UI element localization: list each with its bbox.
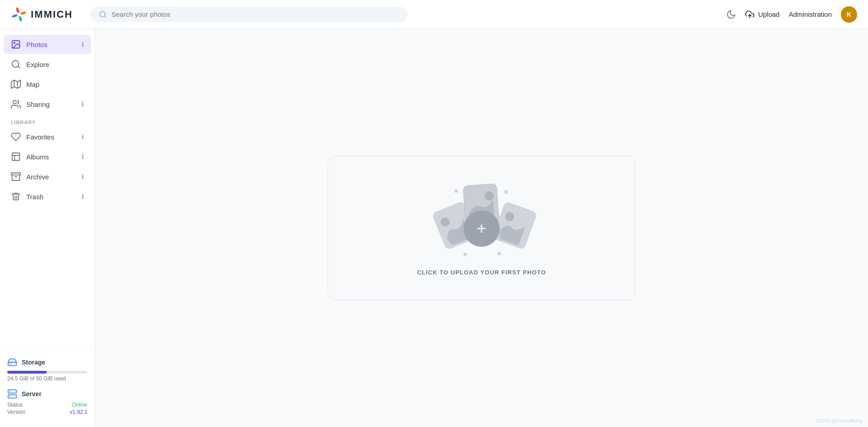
dot6 (497, 252, 501, 255)
upload-icon (745, 10, 754, 19)
upload-label: Upload (758, 10, 780, 18)
sidebar-item-favorites[interactable]: Favorites ℹ (4, 127, 91, 146)
storage-progress-fill (7, 371, 47, 374)
server-status-value: Online (72, 402, 87, 408)
photos-icon (11, 39, 21, 49)
storage-icon (7, 357, 17, 367)
sidebar-item-albums-label: Albums (26, 153, 49, 161)
server-status-row: Status Online (7, 402, 87, 408)
server-icon (7, 389, 17, 399)
dot2 (504, 190, 508, 194)
archive-icon (11, 172, 21, 182)
logo-area: IMMICH (11, 6, 83, 23)
storage-progress-bg (7, 371, 87, 374)
server-label: Server (22, 390, 42, 398)
sidebar-item-archive-label: Archive (26, 173, 49, 181)
server-version-value: v1.92.1 (70, 409, 87, 415)
server-status-label: Status (7, 402, 23, 408)
sidebar-item-trash[interactable]: Trash ℹ (4, 187, 91, 206)
sharing-info-icon[interactable]: ℹ (82, 101, 84, 108)
main-layout: Photos ℹ Explore Map Sharing ℹ (0, 29, 868, 427)
sidebar-bottom: Storage 24.5 GiB of 50 GiB used Server (0, 351, 95, 422)
storage-header: Storage (7, 357, 87, 367)
administration-link[interactable]: Administration (789, 10, 832, 18)
storage-label: Storage (22, 359, 45, 366)
sidebar-item-map[interactable]: Map (4, 75, 91, 94)
storage-section: Storage 24.5 GiB of 50 GiB used (7, 357, 87, 382)
plus-symbol: + (477, 221, 486, 237)
dark-mode-button[interactable] (726, 10, 736, 19)
sidebar-item-explore-label: Explore (26, 61, 49, 68)
trash-icon (11, 192, 21, 202)
sidebar-item-favorites-label: Favorites (26, 133, 54, 141)
svg-rect-13 (12, 153, 20, 161)
upload-illustration: + (427, 180, 536, 262)
main-content: + CLICK TO UPLOAD YOUR FIRST PHOTO (95, 29, 868, 427)
watermark: CSDN @AscendKing (815, 418, 863, 423)
svg-marker-9 (11, 80, 20, 88)
server-version-label: Version (7, 409, 25, 415)
header-right: Upload Administration K (726, 6, 857, 23)
favorites-icon (11, 132, 21, 142)
sidebar-item-sharing[interactable]: Sharing ℹ (4, 95, 91, 114)
svg-point-1 (17, 13, 21, 16)
svg-line-3 (104, 16, 106, 17)
sidebar-item-photos-label: Photos (26, 41, 48, 48)
dot5 (463, 253, 467, 256)
moon-icon (726, 10, 736, 19)
upload-card[interactable]: + CLICK TO UPLOAD YOUR FIRST PHOTO (328, 156, 636, 301)
sidebar-item-map-label: Map (26, 81, 39, 88)
search-icon (99, 10, 107, 19)
server-section: Server Status Online Version v1.92.1 (7, 389, 87, 415)
search-bar[interactable] (91, 7, 408, 22)
svg-line-8 (18, 66, 19, 68)
library-section-label: LIBRARY (0, 114, 95, 127)
sidebar-item-explore[interactable]: Explore (4, 55, 91, 74)
explore-icon (11, 59, 21, 69)
archive-info-icon[interactable]: ℹ (82, 173, 84, 180)
sidebar: Photos ℹ Explore Map Sharing ℹ (0, 29, 95, 427)
albums-icon (11, 152, 21, 162)
search-input[interactable] (111, 10, 400, 18)
albums-info-icon[interactable]: ℹ (82, 153, 84, 160)
plus-circle: + (463, 211, 500, 247)
sidebar-item-archive[interactable]: Archive ℹ (4, 167, 91, 186)
sidebar-item-trash-label: Trash (26, 193, 43, 201)
upload-caption: CLICK TO UPLOAD YOUR FIRST PHOTO (417, 269, 546, 276)
svg-rect-14 (11, 173, 20, 175)
server-header: Server (7, 389, 87, 399)
map-icon (11, 79, 21, 89)
favorites-info-icon[interactable]: ℹ (82, 133, 84, 140)
server-version-row: Version v1.92.1 (7, 409, 87, 415)
upload-button[interactable]: Upload (745, 10, 780, 19)
logo-icon (11, 6, 27, 23)
sidebar-item-sharing-label: Sharing (26, 101, 50, 108)
svg-point-6 (14, 42, 15, 43)
sidebar-item-photos[interactable]: Photos ℹ (4, 35, 91, 54)
user-avatar[interactable]: K (841, 6, 857, 23)
header: IMMICH Upload Administration K (0, 0, 868, 29)
sharing-icon (11, 99, 21, 109)
sidebar-item-albums[interactable]: Albums ℹ (4, 147, 91, 166)
photos-info-icon[interactable]: ℹ (82, 41, 84, 48)
dot1 (454, 189, 458, 193)
logo-text: IMMICH (31, 9, 73, 20)
svg-point-12 (13, 101, 16, 104)
storage-used-text: 24.5 GiB of 50 GiB used (7, 375, 87, 382)
trash-info-icon[interactable]: ℹ (82, 193, 84, 200)
